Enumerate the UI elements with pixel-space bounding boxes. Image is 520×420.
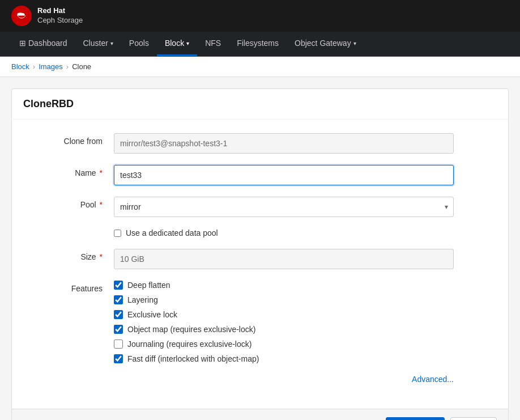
fast-diff-label[interactable]: Fast diff (interlocked with object-map) <box>127 354 259 363</box>
page-title: CloneRBD <box>23 98 497 110</box>
layering-label[interactable]: Layering <box>127 295 158 304</box>
feature-object-map: Object map (requires exclusive-lock) <box>114 325 454 334</box>
redhat-logo <box>11 6 32 26</box>
nav-pools[interactable]: Pools <box>121 32 157 56</box>
dedicated-pool-label[interactable]: Use a dedicated data pool <box>126 228 218 237</box>
breadcrumb-block[interactable]: Block <box>11 62 29 71</box>
features-label: Features <box>23 281 114 293</box>
name-required: * <box>97 168 103 177</box>
exclusive-lock-checkbox[interactable] <box>114 310 123 319</box>
breadcrumb-sep-1: › <box>33 62 35 71</box>
nav-dashboard[interactable]: ⊞ Dashboard <box>11 32 75 56</box>
size-group: Size * <box>23 249 497 269</box>
fast-diff-checkbox[interactable] <box>114 354 123 363</box>
features-group: Features Deep flatten Layering <box>23 281 497 384</box>
journaling-checkbox[interactable] <box>114 340 123 349</box>
block-dropdown-icon: ▾ <box>186 40 189 46</box>
nav-object-gateway[interactable]: Object Gateway ▾ <box>287 32 364 56</box>
clone-from-wrap <box>114 133 454 154</box>
clone-from-group: Clone from <box>23 133 497 154</box>
pool-required: * <box>97 200 103 209</box>
breadcrumb: Block › Images › Clone <box>0 57 520 77</box>
name-wrap <box>114 165 454 185</box>
page-content: CloneRBD Clone from Name * <box>0 77 520 420</box>
nav-filesystems[interactable]: Filesystems <box>229 32 287 56</box>
feature-layering: Layering <box>114 295 454 304</box>
layering-checkbox[interactable] <box>114 295 123 304</box>
advanced-link-wrap: Advanced... <box>114 375 454 384</box>
pool-select-wrap: mirror ▾ <box>114 197 454 217</box>
dedicated-pool-wrap: Use a dedicated data pool <box>114 228 454 237</box>
clonerbd-button[interactable]: CloneRBD <box>386 417 445 420</box>
size-required: * <box>97 252 103 261</box>
size-input <box>114 249 454 269</box>
object-map-checkbox[interactable] <box>114 325 123 334</box>
feature-deep-flatten: Deep flatten <box>114 281 454 290</box>
clone-rbd-card: CloneRBD Clone from Name * <box>11 88 509 420</box>
main-nav: ⊞ Dashboard Cluster ▾ Pools Block ▾ NFS … <box>0 32 520 57</box>
name-label: Name * <box>23 165 114 177</box>
size-wrap <box>114 249 454 269</box>
deep-flatten-label[interactable]: Deep flatten <box>127 281 171 290</box>
top-navbar: Red Hat Ceph Storage <box>0 0 520 32</box>
dedicated-pool-group: Use a dedicated data pool <box>23 228 497 237</box>
dedicated-pool-checkbox-wrap: Use a dedicated data pool <box>114 228 454 237</box>
pool-select[interactable]: mirror <box>114 197 454 217</box>
card-body: Clone from Name * Pool * <box>12 120 508 409</box>
brand: Red Hat Ceph Storage <box>11 6 83 26</box>
dedicated-pool-checkbox[interactable] <box>114 230 121 237</box>
feature-fast-diff: Fast diff (interlocked with object-map) <box>114 354 454 363</box>
journaling-label[interactable]: Journaling (requires exclusive-lock) <box>127 340 252 349</box>
brand-bottom: Ceph Storage <box>37 16 83 26</box>
features-checkbox-group: Deep flatten Layering Exclusive lock <box>114 281 454 363</box>
object-map-label[interactable]: Object map (requires exclusive-lock) <box>127 325 255 334</box>
features-wrap: Deep flatten Layering Exclusive lock <box>114 281 454 384</box>
nav-cluster[interactable]: Cluster ▾ <box>75 32 121 56</box>
cancel-button[interactable]: Cancel <box>450 417 497 420</box>
deep-flatten-checkbox[interactable] <box>114 281 123 290</box>
clone-from-label: Clone from <box>23 133 114 146</box>
pool-wrap: mirror ▾ <box>114 197 454 217</box>
breadcrumb-sep-2: › <box>66 62 69 71</box>
card-footer: CloneRBD Cancel <box>12 409 508 420</box>
brand-top: Red Hat <box>37 6 83 16</box>
name-group: Name * <box>23 165 497 185</box>
nav-block[interactable]: Block ▾ <box>157 32 197 56</box>
pool-label: Pool * <box>23 197 114 209</box>
advanced-link[interactable]: Advanced... <box>412 375 454 384</box>
feature-journaling: Journaling (requires exclusive-lock) <box>114 340 454 349</box>
nav-nfs[interactable]: NFS <box>197 32 229 56</box>
breadcrumb-images[interactable]: Images <box>39 62 63 71</box>
pool-group: Pool * mirror ▾ <box>23 197 497 217</box>
name-input[interactable] <box>114 165 454 185</box>
breadcrumb-clone: Clone <box>72 62 91 71</box>
size-label: Size * <box>23 249 114 261</box>
feature-exclusive-lock: Exclusive lock <box>114 310 454 319</box>
exclusive-lock-label[interactable]: Exclusive lock <box>127 310 177 319</box>
card-header: CloneRBD <box>12 89 508 120</box>
cluster-dropdown-icon: ▾ <box>110 40 113 46</box>
dashboard-icon: ⊞ <box>19 39 26 48</box>
clone-from-input <box>114 133 454 154</box>
object-gateway-dropdown-icon: ▾ <box>353 40 356 46</box>
